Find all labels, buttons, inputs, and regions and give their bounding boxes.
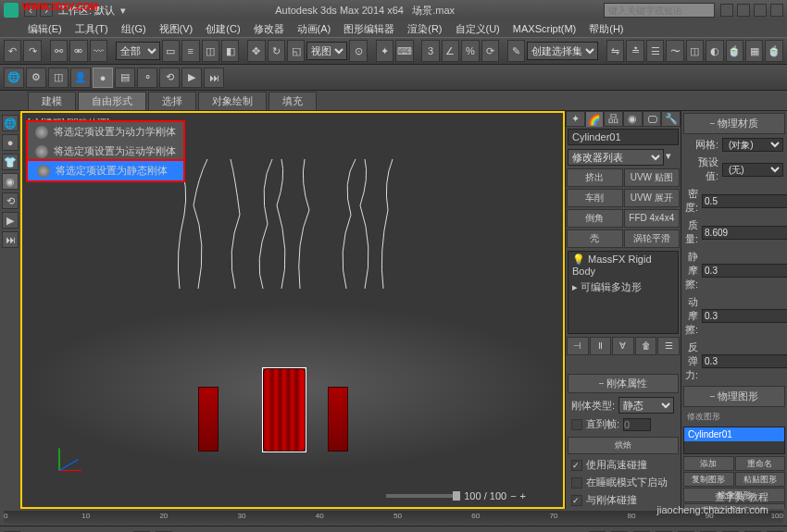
app-logo[interactable] <box>4 3 19 18</box>
menu-help[interactable]: 帮助(H) <box>583 22 629 36</box>
ribbon-tab-selection[interactable]: 选择 <box>148 92 196 110</box>
sphere-icon[interactable]: ● <box>2 134 19 151</box>
favorite-icon[interactable] <box>754 4 767 17</box>
highspeed-checkbox[interactable] <box>571 460 582 471</box>
hierarchy-tab-icon[interactable]: 品 <box>604 111 623 127</box>
workspace-dropdown-icon[interactable]: ▾ <box>120 5 126 17</box>
object-name-field[interactable]: Cylinder01 <box>568 129 679 145</box>
menu-render[interactable]: 渲染(R) <box>402 22 447 36</box>
rename-shape-button[interactable]: 重命名 <box>735 456 786 471</box>
window-crossing-icon[interactable]: ◧ <box>221 40 239 62</box>
multi-edit-icon[interactable]: ◫ <box>48 68 69 88</box>
ragdoll-icon[interactable]: 👤 <box>70 68 91 88</box>
pivot-icon[interactable]: ⊙ <box>349 40 367 62</box>
bind-spacewarp-icon[interactable]: 〰 <box>90 40 107 62</box>
selection-filter-dropdown[interactable]: 全部 <box>116 42 160 60</box>
mod-btn-bevel[interactable]: 倒角 <box>567 209 623 228</box>
paste-shape-button[interactable]: 粘贴图形 <box>735 472 786 487</box>
rb-type-dropdown[interactable]: 静态 <box>618 397 674 414</box>
search-go-icon[interactable] <box>720 4 733 17</box>
sleep-checkbox[interactable] <box>571 477 582 489</box>
reset-sim-icon[interactable]: ⟲ <box>159 68 180 88</box>
modify-tab-icon[interactable]: 🌈 <box>585 111 605 127</box>
keyboard-shortcut-icon[interactable]: ⌨ <box>395 40 413 62</box>
mirror-icon[interactable]: ⇋ <box>606 40 624 62</box>
render-setup-icon[interactable]: 🍵 <box>726 40 743 62</box>
sfriction-spinner[interactable] <box>702 264 787 278</box>
link-icon[interactable]: ⚯ <box>50 40 68 62</box>
undo-icon[interactable]: ↶ <box>4 40 21 62</box>
menu-tools[interactable]: 工具(T) <box>69 22 114 36</box>
mod-btn-shell[interactable]: 壳 <box>567 229 623 248</box>
preset-dropdown[interactable]: (无) <box>722 163 783 177</box>
viewport-zoom-slider[interactable]: 100 / 100 − + <box>386 490 526 501</box>
display-tab-icon[interactable]: 🖵 <box>643 111 662 127</box>
play-sim-icon[interactable]: ▶ <box>181 68 202 88</box>
help-search-input[interactable] <box>604 3 715 18</box>
render-frame-icon[interactable]: ▦ <box>745 40 763 62</box>
modifier-config-icon[interactable]: ▾ <box>666 150 681 165</box>
add-shape-button[interactable]: 添加 <box>683 456 734 471</box>
select-name-icon[interactable]: ≡ <box>181 40 199 62</box>
mod-btn-lathe[interactable]: 车削 <box>567 189 623 207</box>
world-params-icon[interactable]: 🌐 <box>4 68 24 88</box>
zoom-in-icon[interactable]: + <box>520 490 526 501</box>
named-selection-dropdown[interactable]: 创建选择集 <box>527 42 598 60</box>
percent-snap-icon[interactable]: % <box>461 40 479 62</box>
make-unique-icon[interactable]: ∀ <box>612 337 634 355</box>
ribbon-tab-populate[interactable]: 填充 <box>269 92 317 110</box>
menu-maxscript[interactable]: MAXScript(M) <box>507 23 581 34</box>
flyout-static-rigidbody[interactable]: 将选定项设置为静态刚体 <box>26 159 185 182</box>
mesh-dropdown[interactable]: (对象) <box>722 138 783 152</box>
phys-material-title[interactable]: − 物理材质 <box>683 113 785 134</box>
stack-massfx[interactable]: 💡 MassFX Rigid Body <box>568 252 678 278</box>
manipulate-icon[interactable]: ✦ <box>376 40 394 62</box>
rollout-rigidbody-props[interactable]: − 刚体属性 <box>568 374 679 393</box>
candle-big-selected[interactable] <box>263 368 306 452</box>
step-icon[interactable]: ⏭ <box>2 231 19 248</box>
ball-icon[interactable]: ◉ <box>2 173 19 190</box>
phys-shape-title[interactable]: − 物理图形 <box>683 386 785 407</box>
signin-icon[interactable] <box>737 4 750 17</box>
material-editor-icon[interactable]: ◐ <box>706 40 723 62</box>
shape-list[interactable]: Cylinder01 <box>683 427 785 454</box>
modifier-list-dropdown[interactable]: 修改器列表 <box>568 149 664 166</box>
help-icon[interactable] <box>770 4 783 17</box>
curve-editor-icon[interactable]: 〜 <box>666 40 683 62</box>
align-icon[interactable]: ≛ <box>626 40 643 62</box>
scale-icon[interactable]: ◱ <box>287 40 305 62</box>
stack-editpoly[interactable]: ▸ 可编辑多边形 <box>568 278 678 296</box>
menu-edit[interactable]: 编辑(E) <box>22 22 68 36</box>
select-icon[interactable]: ▭ <box>162 40 180 62</box>
step-sim-icon[interactable]: ⏭ <box>204 68 224 88</box>
mod-btn-uvwmap[interactable]: UVW 贴图 <box>624 168 681 187</box>
spinner-snap-icon[interactable]: ⟳ <box>481 40 499 62</box>
ribbon-tab-objectpaint[interactable]: 对象绘制 <box>198 92 267 110</box>
create-tab-icon[interactable]: ✦ <box>566 111 585 127</box>
mod-btn-extrude[interactable]: 挤出 <box>567 168 623 187</box>
utilities-tab-icon[interactable]: 🔧 <box>661 111 681 127</box>
motion-tab-icon[interactable]: ◉ <box>623 111 643 127</box>
remove-mod-icon[interactable]: 🗑 <box>635 337 657 355</box>
menu-grapheditor[interactable]: 图形编辑器 <box>338 22 400 36</box>
ribbon-tab-freeform[interactable]: 自由形式 <box>78 92 146 110</box>
render-icon[interactable]: 🍵 <box>765 40 782 62</box>
ribbon-tab-modeling[interactable]: 建模 <box>28 92 76 110</box>
pin-stack-icon[interactable]: ⊣ <box>567 337 589 355</box>
copy-shape-button[interactable]: 复制图形 <box>683 472 734 487</box>
shape-list-item[interactable]: Cylinder01 <box>684 427 784 441</box>
dfriction-spinner[interactable] <box>702 309 787 323</box>
angle-snap-icon[interactable]: ∠ <box>442 40 459 62</box>
modifier-stack[interactable]: 💡 MassFX Rigid Body ▸ 可编辑多边形 <box>568 251 679 334</box>
configure-sets-icon[interactable]: ☰ <box>657 337 680 355</box>
menu-create[interactable]: 创建(C) <box>200 22 245 36</box>
play-icon[interactable]: ▶ <box>2 212 19 229</box>
ref-coord-dropdown[interactable]: 视图 <box>306 42 347 60</box>
schematic-icon[interactable]: ◫ <box>686 40 704 62</box>
menu-view[interactable]: 视图(V) <box>154 22 199 36</box>
cloth-icon[interactable]: ▤ <box>115 68 135 88</box>
mod-btn-turbosmooth[interactable]: 涡轮平滑 <box>624 229 681 248</box>
shirt-icon[interactable]: 👕 <box>2 154 19 170</box>
move-icon[interactable]: ✥ <box>247 40 265 62</box>
unlink-icon[interactable]: ⚮ <box>69 40 87 62</box>
